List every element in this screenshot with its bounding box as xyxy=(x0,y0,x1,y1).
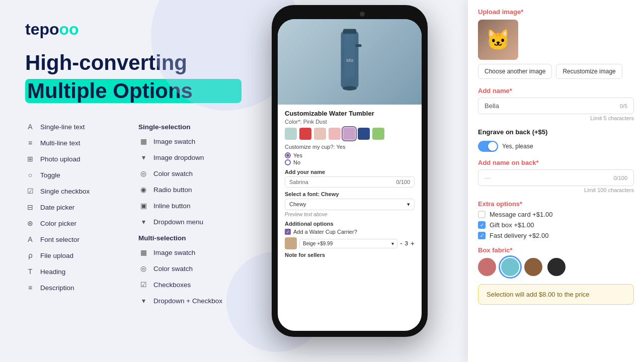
single-inline-button: ▣ Inline button xyxy=(138,198,242,213)
feature-single-line-text: A Single-line text xyxy=(25,119,128,134)
name-back-section: Add name on back* — 0/100 Limit 100 char… xyxy=(478,159,634,193)
fast-delivery-checkbox[interactable]: ✓ xyxy=(478,232,486,239)
swatch-green[interactable] xyxy=(372,128,384,140)
fabric-swatch-teal[interactable] xyxy=(501,258,519,276)
image-swatch-icon: ▦ xyxy=(138,136,148,146)
feature-label: Toggle xyxy=(40,171,60,179)
radio-yes[interactable]: Yes xyxy=(285,152,415,158)
name-back-count: 0/100 xyxy=(613,175,627,181)
swatch-pink[interactable] xyxy=(329,128,341,140)
swatch-navy[interactable] xyxy=(358,128,370,140)
radio-no-dot xyxy=(285,159,291,165)
feature-multi-line-text: ≡ Multi-line text xyxy=(25,135,128,150)
color-swatch-icon: ◎ xyxy=(138,168,148,178)
heading-icon: T xyxy=(25,266,35,277)
color-picker-icon: ⊛ xyxy=(25,218,35,228)
image-action-buttons: Choose another image Recustomize image xyxy=(478,64,634,79)
feature-label: Font selector xyxy=(40,236,79,243)
phone-notch xyxy=(330,11,370,17)
single-image-swatch: ▦ Image swatch xyxy=(138,134,242,149)
feature-label: Multi-line text xyxy=(40,139,80,147)
description-icon: ≡ xyxy=(25,283,35,293)
swatch-peach[interactable] xyxy=(314,128,326,140)
name-back-field[interactable]: — 0/100 xyxy=(478,169,634,186)
feature-label: Description xyxy=(40,284,74,292)
font-select-label: Select a font: Chewy xyxy=(285,191,415,197)
feature-label: Image swatch xyxy=(153,138,195,145)
multi-color-swatch: ◎ Color swatch xyxy=(138,261,242,276)
swatch-purple[interactable] xyxy=(343,128,355,140)
quantity-control: - 3 + xyxy=(400,239,415,247)
feature-file-upload: ⍴ File upload xyxy=(25,248,128,263)
message-card-checkbox[interactable] xyxy=(478,211,486,218)
beige-select[interactable]: Beige +$9.99 ▾ xyxy=(299,239,397,248)
customize-label: Customize my cup?: Yes xyxy=(285,144,415,150)
add-name-section: Add name* Bella 0/5 Limit 5 characters xyxy=(478,87,634,121)
radio-yes-dot xyxy=(285,152,291,158)
gift-box-checkbox[interactable]: ✓ xyxy=(478,221,486,229)
font-select[interactable]: Chewy ▾ xyxy=(285,199,415,210)
inline-btn-icon: ▣ xyxy=(138,201,148,211)
engrave-toggle[interactable] xyxy=(478,141,498,152)
feature-label: File upload xyxy=(40,252,73,259)
radio-icon: ◉ xyxy=(138,185,148,195)
fabric-swatch-black[interactable] xyxy=(547,258,566,276)
qty-minus[interactable]: - xyxy=(400,239,403,247)
multi-selection-label: Multi-selection xyxy=(138,230,242,244)
multiline-icon: ≡ xyxy=(25,138,35,148)
feature-color-picker: ⊛ Color picker xyxy=(25,216,128,231)
single-dropdown-menu: ▾ Dropdown menu xyxy=(138,214,242,229)
font-icon: A xyxy=(25,234,35,244)
logo-text: tepo xyxy=(25,20,59,39)
qty-value: 3 xyxy=(405,240,408,246)
fabric-swatch-brown[interactable] xyxy=(524,258,542,276)
text-icon: A xyxy=(25,122,35,132)
feature-date-picker: ⊟ Date picker xyxy=(25,200,128,215)
phone-content: Customizable Water Tumbler Color*: Pink … xyxy=(278,105,422,331)
engrave-header: Engrave on back (+$5) xyxy=(478,128,634,139)
features-grid: A Single-line text ≡ Multi-line text ⊞ P… xyxy=(25,119,242,308)
dropdown-icon: ▾ xyxy=(138,152,148,162)
qty-plus[interactable]: + xyxy=(411,239,415,247)
recustomize-image-button[interactable]: Recustomize image xyxy=(556,64,622,79)
name-char-count: 0/5 xyxy=(620,103,627,109)
svg-text:Mia: Mia xyxy=(346,58,353,63)
upload-image-box xyxy=(478,20,518,60)
water-carrier-checkbox[interactable]: ✓ Add a Water Cup Carrier? xyxy=(285,229,415,235)
tumbler-svg: Mia xyxy=(330,27,370,97)
phone-mockup: Mia Customizable Water Tumbler Color*: P… xyxy=(262,0,423,362)
fabric-swatch-rose[interactable] xyxy=(478,258,496,276)
engrave-section: Engrave on back (+$5) Yes, please xyxy=(478,128,634,152)
checkbox-icon: ☑ xyxy=(25,186,35,196)
upload-label: Upload image* xyxy=(478,8,634,16)
choose-another-image-button[interactable]: Choose another image xyxy=(478,64,552,79)
extra-message-card[interactable]: Message card +$1.00 xyxy=(478,211,634,218)
feature-label: Checkboxes xyxy=(153,281,191,289)
extra-options-section: Extra options* Message card +$1.00 ✓ Gif… xyxy=(478,200,634,239)
feature-photo-upload: ⊞ Photo upload xyxy=(25,151,128,166)
multi-image-swatch: ▦ Image swatch xyxy=(138,245,242,260)
cat-image xyxy=(478,20,518,60)
feature-heading: T Heading xyxy=(25,264,128,279)
swatch-blue[interactable] xyxy=(285,128,297,140)
feature-label: Color picker xyxy=(40,220,76,227)
feature-font-selector: A Font selector xyxy=(25,232,128,247)
basic-items-column: A Single-line text ≡ Multi-line text ⊞ P… xyxy=(25,119,128,308)
product-title: Customizable Water Tumbler xyxy=(285,110,415,117)
name-input[interactable]: Sabrina 0/100 xyxy=(285,176,415,188)
extra-gift-box[interactable]: ✓ Gift box +$1.00 xyxy=(478,221,634,229)
date-icon: ⊟ xyxy=(25,202,35,212)
feature-label: Image swatch xyxy=(153,249,195,256)
feature-label: Single-line text xyxy=(40,123,85,131)
extra-fast-delivery[interactable]: ✓ Fast delivery +$2.00 xyxy=(478,232,634,239)
svg-rect-5 xyxy=(355,44,361,47)
radio-no[interactable]: No xyxy=(285,159,415,165)
multi-image-swatch-icon: ▦ xyxy=(138,247,148,257)
radio-group: Yes No xyxy=(285,152,415,165)
menu-icon: ▾ xyxy=(138,217,148,227)
single-image-dropdown: ▾ Image dropdown xyxy=(138,150,242,165)
color-swatches[interactable] xyxy=(285,128,415,140)
add-name-label: Add name* xyxy=(478,87,634,95)
name-field[interactable]: Bella 0/5 xyxy=(478,98,634,114)
swatch-red[interactable] xyxy=(299,128,311,140)
